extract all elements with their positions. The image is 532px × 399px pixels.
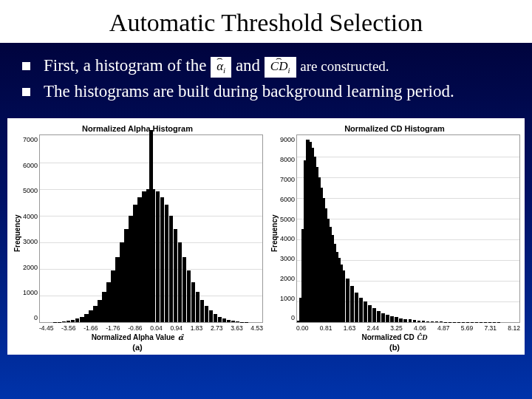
bullet-icon	[22, 88, 30, 96]
chart-a-xlabel: Normalized Alpha Value α̂	[92, 333, 184, 341]
chart-b-ylabel: Frequency	[269, 134, 280, 332]
bullet-1-text: First, a histogram of the αi and CDi are…	[44, 55, 510, 78]
page-title: Automatic Threshold Selection	[0, 0, 532, 43]
alpha-symbol: αi	[211, 57, 231, 78]
chart-b-xlabel-sym: ĈD	[417, 333, 428, 341]
alpha-sub: i	[223, 66, 225, 75]
charts-panel: Normalized Alpha Histogram Frequency 700…	[7, 118, 525, 355]
bullet-1-mid: and	[236, 56, 265, 75]
alpha-hat-icon: α	[216, 59, 223, 73]
bullet-1: First, a histogram of the αi and CDi are…	[22, 55, 510, 78]
chart-a-frame: Frequency 70006000500040003000200010000 …	[12, 134, 263, 332]
chart-b-xticks: 0.000.811.632.443.254.064.875.697.318.12	[296, 323, 520, 332]
bullet-2: The histograms are built during backgrou…	[22, 81, 510, 103]
chart-a: Normalized Alpha Histogram Frequency 700…	[12, 124, 263, 352]
bullet-icon	[22, 62, 30, 70]
bullet-1-pre: First, a histogram of the	[44, 56, 211, 75]
chart-a-xticks: -4.45-3.56-1.66-1.76-0.860.040.941.832.7…	[39, 323, 263, 332]
bullet-1-post: are constructed.	[300, 58, 389, 74]
chart-a-plot	[39, 134, 263, 323]
chart-b-sublabel: (b)	[389, 343, 400, 352]
chart-a-xlabel-text: Normalized Alpha Value	[92, 333, 175, 341]
bullet-2-text: The histograms are built during backgrou…	[44, 81, 510, 103]
chart-b-frame: Frequency 900080007000600050004000300020…	[269, 134, 520, 332]
chart-a-xlabel-sym: α̂	[178, 333, 184, 341]
cd-hat-icon: CD	[270, 59, 288, 73]
chart-a-sublabel: (a)	[132, 343, 142, 352]
content-area: First, a histogram of the αi and CDi are…	[0, 43, 532, 111]
chart-a-yticks: 70006000500040003000200010000	[23, 134, 39, 332]
chart-b-xlabel: Normalized CD ĈD	[361, 333, 427, 341]
chart-b-plot	[296, 134, 520, 323]
cd-symbol: CDi	[265, 57, 296, 78]
chart-a-ylabel: Frequency	[12, 134, 23, 332]
chart-b-yticks: 9000800070006000500040003000200010000	[280, 134, 296, 332]
chart-a-title: Normalized Alpha Histogram	[82, 124, 193, 133]
cd-sub: i	[287, 66, 290, 75]
chart-b-xlabel-text: Normalized CD	[361, 333, 414, 341]
chart-b-title: Normalized CD Histogram	[344, 124, 445, 133]
chart-b: Normalized CD Histogram Frequency 900080…	[269, 124, 520, 352]
